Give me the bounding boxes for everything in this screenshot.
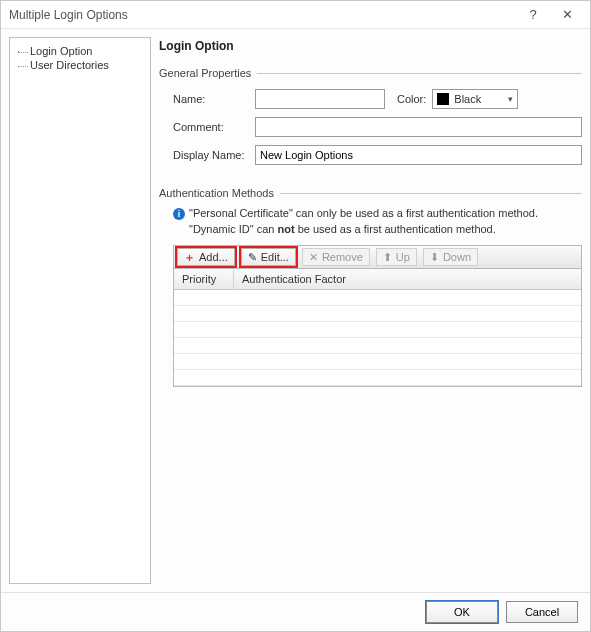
color-swatch-icon [437,93,449,105]
edit-button[interactable]: ✎Edit... [241,248,296,266]
tree-item-user-directories[interactable]: User Directories [28,58,146,72]
name-input[interactable] [255,89,385,109]
arrow-down-icon: ⬇ [430,251,439,264]
close-button[interactable]: ✕ [550,7,584,22]
plus-icon: ＋ [184,250,195,265]
table-row[interactable] [174,290,581,306]
window-title: Multiple Login Options [9,8,516,22]
section-label: Authentication Methods [159,187,274,199]
titlebar: Multiple Login Options ? ✕ [1,1,590,29]
table-row[interactable] [174,306,581,322]
pencil-icon: ✎ [248,251,257,264]
arrow-up-icon: ⬆ [383,251,392,264]
divider [280,193,582,194]
help-button[interactable]: ? [516,7,550,22]
color-select[interactable]: Black ▾ [432,89,518,109]
chevron-down-icon: ▾ [508,94,513,104]
col-auth-factor[interactable]: Authentication Factor [234,269,581,289]
ok-button[interactable]: OK [426,601,498,623]
content-panel: Login Option General Properties Name: Co… [159,37,582,584]
comment-input[interactable] [255,117,582,137]
col-priority[interactable]: Priority [174,269,234,289]
comment-label: Comment: [173,121,255,133]
display-name-input[interactable] [255,145,582,165]
auth-toolbar: ＋Add... ✎Edit... ✕Remove ⬆Up ⬇Down [173,245,582,269]
section-general-properties: General Properties [159,67,582,79]
color-label: Color: [397,93,426,105]
table-row[interactable] [174,322,581,338]
section-authentication-methods: Authentication Methods [159,187,582,199]
table-header: Priority Authentication Factor [174,269,581,290]
down-button[interactable]: ⬇Down [423,248,478,266]
auth-info-text: i"Personal Certificate" can only be used… [159,205,582,237]
dialog-multiple-login-options: Multiple Login Options ? ✕ Login Option … [0,0,591,632]
tree-item-login-option[interactable]: Login Option [28,44,146,58]
page-title: Login Option [159,39,582,53]
color-value: Black [454,93,508,105]
table-row[interactable] [174,370,581,386]
x-icon: ✕ [309,251,318,264]
remove-button[interactable]: ✕Remove [302,248,370,266]
auth-table: Priority Authentication Factor [173,269,582,387]
info-icon: i [173,208,185,220]
name-label: Name: [173,93,255,105]
section-label: General Properties [159,67,251,79]
cancel-button[interactable]: Cancel [506,601,578,623]
nav-tree: Login Option User Directories [9,37,151,584]
add-button[interactable]: ＋Add... [177,248,235,266]
divider [257,73,582,74]
main-area: Login Option User Directories Login Opti… [1,29,590,592]
up-button[interactable]: ⬆Up [376,248,417,266]
table-row[interactable] [174,354,581,370]
display-name-label: Display Name: [173,149,255,161]
dialog-footer: OK Cancel [1,592,590,631]
table-row[interactable] [174,338,581,354]
